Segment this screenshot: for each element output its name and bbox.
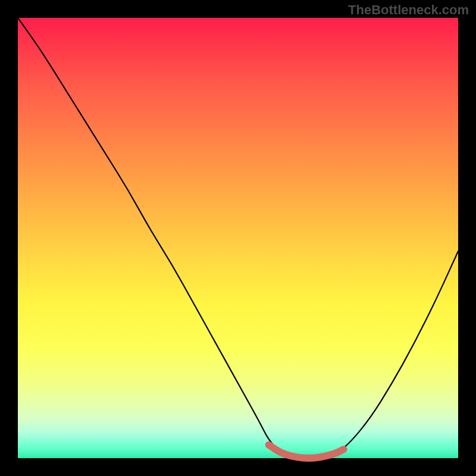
watermark-text: TheBottleneck.com	[348, 2, 469, 18]
optimal-point-dot	[265, 441, 273, 449]
chart-svg	[18, 18, 458, 458]
bottleneck-curve	[18, 18, 458, 458]
plot-area	[18, 18, 458, 458]
optimal-range-highlight	[269, 445, 344, 458]
